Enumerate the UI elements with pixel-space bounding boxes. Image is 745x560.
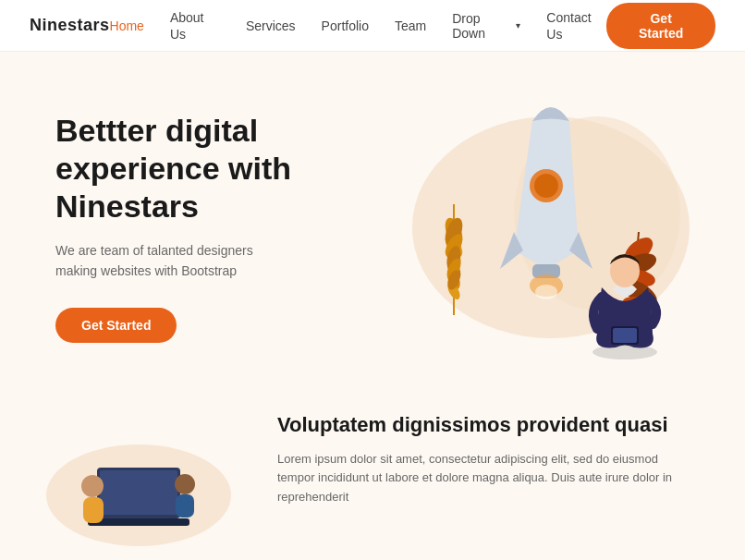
nav-link-contact[interactable]: Contact Us	[546, 10, 591, 42]
nav-item-portfolio[interactable]: Portfolio	[322, 18, 369, 34]
nav-item-team[interactable]: Team	[395, 18, 426, 34]
nav-link-services[interactable]: Services	[246, 18, 296, 33]
svg-rect-37	[176, 494, 194, 517]
svg-rect-29	[613, 328, 637, 343]
nav-links: Home About Us Services Portfolio Team Dr…	[110, 9, 607, 43]
svg-point-34	[81, 475, 104, 497]
hero-cta-button[interactable]: Get Started	[55, 308, 177, 343]
svg-rect-35	[83, 497, 104, 523]
nav-item-dropdown[interactable]: Drop Down ▾	[452, 11, 520, 41]
svg-rect-32	[100, 470, 177, 515]
bottom-description: Lorem ipsum dolor sit amet, consectetur …	[277, 450, 690, 507]
hero-svg	[357, 93, 690, 361]
hero-title: Bettter digital experience with Ninestar…	[55, 112, 357, 225]
hero-content: Bettter digital experience with Ninestar…	[55, 112, 357, 342]
bottom-svg	[37, 403, 240, 551]
bottom-section: Voluptatem dignissimos provident quasi L…	[0, 384, 745, 560]
nav-dropdown-toggle[interactable]: Drop Down ▾	[452, 11, 520, 41]
nav-item-contact[interactable]: Contact Us	[546, 9, 606, 43]
nav-link-about[interactable]: About Us	[170, 10, 204, 42]
nav-cta-button[interactable]: Get Started	[606, 3, 715, 49]
bottom-title: Voluptatem dignissimos provident quasi	[277, 412, 690, 439]
nav-link-team[interactable]: Team	[395, 18, 426, 33]
svg-point-15	[534, 174, 558, 198]
svg-rect-33	[88, 518, 189, 526]
nav-item-home[interactable]: Home	[110, 18, 144, 34]
nav-dropdown-label: Drop Down	[452, 11, 512, 41]
nav-item-about[interactable]: About Us	[170, 9, 220, 43]
hero-subtitle: We are team of talanted designers making…	[55, 240, 296, 282]
nav-item-services[interactable]: Services	[246, 18, 296, 34]
bottom-illustration	[37, 403, 240, 542]
navbar: Ninestars Home About Us Services Portfol…	[0, 0, 745, 52]
svg-point-26	[592, 345, 657, 359]
hero-illustration	[357, 89, 690, 366]
bottom-text: Voluptatem dignissimos provident quasi L…	[277, 403, 690, 507]
chevron-down-icon: ▾	[516, 20, 520, 30]
logo: Ninestars	[30, 16, 110, 35]
hero-section: Bettter digital experience with Ninestar…	[0, 52, 745, 384]
nav-link-home[interactable]: Home	[110, 18, 144, 33]
svg-point-36	[175, 474, 195, 494]
nav-link-portfolio[interactable]: Portfolio	[322, 18, 369, 33]
svg-point-18	[535, 285, 557, 299]
